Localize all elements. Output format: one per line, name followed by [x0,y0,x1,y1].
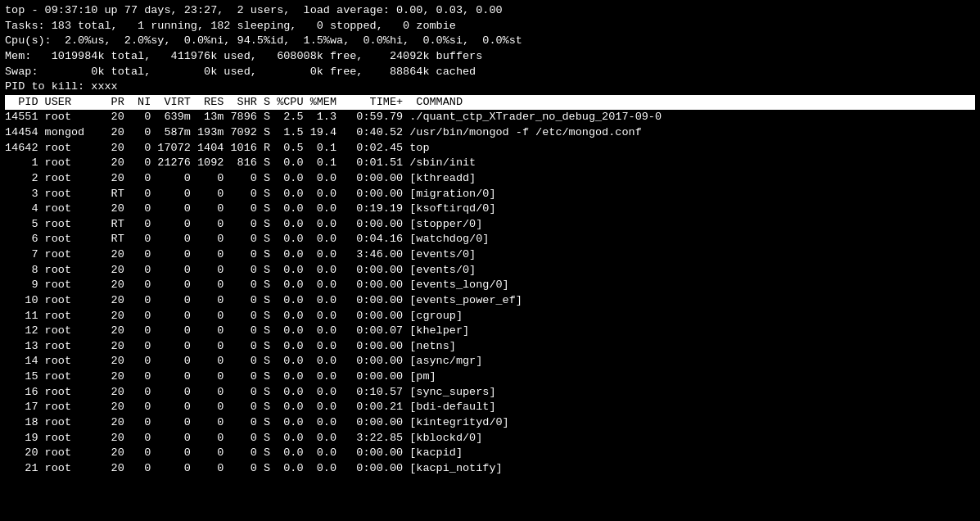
process-row: 16 root 20 0 0 0 0 S 0.0 0.0 0:10.57 [sy… [5,385,975,401]
process-row: 2 root 20 0 0 0 0 S 0.0 0.0 0:00.00 [kth… [5,171,975,187]
process-row: 6 root RT 0 0 0 0 S 0.0 0.0 0:04.16 [wat… [5,232,975,247]
process-row: 11 root 20 0 0 0 0 S 0.0 0.0 0:00.00 [cg… [5,309,975,324]
process-row: 12 root 20 0 0 0 0 S 0.0 0.0 0:00.07 [kh… [5,324,975,339]
header-line-4: Swap: 0k total, 0k used, 0k free, 88864k… [5,65,975,80]
process-row: 14454 mongod 20 0 587m 193m 7092 S 1.5 1… [5,125,975,141]
process-row: 9 root 20 0 0 0 0 S 0.0 0.0 0:00.00 [eve… [5,278,975,293]
process-row: 8 root 20 0 0 0 0 S 0.0 0.0 0:00.00 [eve… [5,263,975,279]
process-row: 19 root 20 0 0 0 0 S 0.0 0.0 3:22.85 [kb… [5,431,975,446]
column-header: PID USER PR NI VIRT RES SHR S %CPU %MEM … [5,95,975,111]
process-row: 14 root 20 0 0 0 0 S 0.0 0.0 0:00.00 [as… [5,354,975,369]
process-row: 21 root 20 0 0 0 0 S 0.0 0.0 0:00.00 [ka… [5,461,975,477]
terminal-window: top - 09:37:10 up 77 days, 23:27, 2 user… [0,0,980,479]
process-row: 18 root 20 0 0 0 0 S 0.0 0.0 0:00.00 [ki… [5,415,975,431]
header-line-0: top - 09:37:10 up 77 days, 23:27, 2 user… [5,3,975,19]
header-line-2: Cpu(s): 2.0%us, 2.0%sy, 0.0%ni, 94.5%id,… [5,34,975,49]
process-row: 17 root 20 0 0 0 0 S 0.0 0.0 0:00.21 [bd… [5,400,975,415]
system-stats-header: top - 09:37:10 up 77 days, 23:27, 2 user… [5,3,975,95]
process-row: 15 root 20 0 0 0 0 S 0.0 0.0 0:00.00 [pm… [5,369,975,385]
header-line-5: PID to kill: xxxx [5,79,975,95]
processes-list: 14551 root 20 0 639m 13m 7896 S 2.5 1.3 … [5,110,975,476]
header-line-3: Mem: 1019984k total, 411976k used, 60800… [5,49,975,65]
process-row: 20 root 20 0 0 0 0 S 0.0 0.0 0:00.00 [ka… [5,446,975,461]
process-row: 13 root 20 0 0 0 0 S 0.0 0.0 0:00.00 [ne… [5,339,975,355]
header-line-1: Tasks: 183 total, 1 running, 182 sleepin… [5,19,975,34]
process-row: 3 root RT 0 0 0 0 S 0.0 0.0 0:00.00 [mig… [5,187,975,202]
process-row: 10 root 20 0 0 0 0 S 0.0 0.0 0:00.00 [ev… [5,293,975,309]
process-row: 1 root 20 0 21276 1092 816 S 0.0 0.1 0:0… [5,156,975,171]
process-row: 7 root 20 0 0 0 0 S 0.0 0.0 3:46.00 [eve… [5,247,975,263]
process-row: 14551 root 20 0 639m 13m 7896 S 2.5 1.3 … [5,110,975,125]
process-row: 4 root 20 0 0 0 0 S 0.0 0.0 0:19.19 [kso… [5,202,975,217]
process-row: 5 root RT 0 0 0 0 S 0.0 0.0 0:00.00 [sto… [5,217,975,233]
process-row: 14642 root 20 0 17072 1404 1016 R 0.5 0.… [5,141,975,156]
